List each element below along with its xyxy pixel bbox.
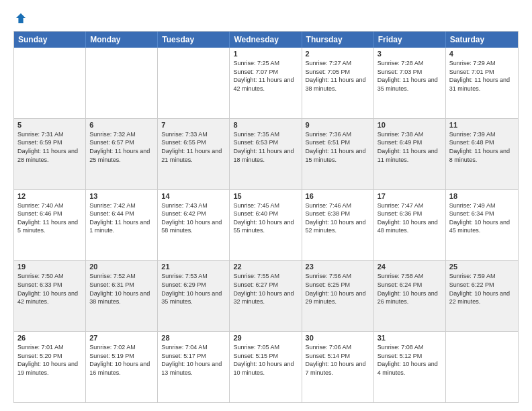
calendar-cell bbox=[158, 48, 230, 118]
cell-sun-info: Sunrise: 7:06 AM Sunset: 5:14 PM Dayligh… bbox=[306, 343, 370, 377]
day-number: 15 bbox=[233, 192, 298, 200]
calendar-cell: 6Sunrise: 7:32 AM Sunset: 6:57 PM Daylig… bbox=[86, 119, 158, 189]
calendar-cell: 25Sunrise: 7:59 AM Sunset: 6:22 PM Dayli… bbox=[446, 261, 518, 331]
calendar-cell: 28Sunrise: 7:04 AM Sunset: 5:17 PM Dayli… bbox=[158, 332, 230, 402]
day-number: 9 bbox=[306, 121, 370, 129]
day-number: 27 bbox=[89, 334, 154, 342]
calendar-cell: 19Sunrise: 7:50 AM Sunset: 6:33 PM Dayli… bbox=[14, 261, 86, 331]
cell-sun-info: Sunrise: 7:38 AM Sunset: 6:49 PM Dayligh… bbox=[378, 130, 442, 164]
cell-sun-info: Sunrise: 7:46 AM Sunset: 6:38 PM Dayligh… bbox=[306, 201, 370, 235]
calendar-cell: 22Sunrise: 7:55 AM Sunset: 6:27 PM Dayli… bbox=[230, 261, 302, 331]
cell-sun-info: Sunrise: 7:32 AM Sunset: 6:57 PM Dayligh… bbox=[89, 130, 154, 164]
cell-sun-info: Sunrise: 7:55 AM Sunset: 6:27 PM Dayligh… bbox=[233, 272, 298, 306]
day-number: 19 bbox=[17, 263, 82, 271]
calendar-cell: 8Sunrise: 7:35 AM Sunset: 6:53 PM Daylig… bbox=[230, 119, 302, 189]
cell-sun-info: Sunrise: 7:25 AM Sunset: 7:07 PM Dayligh… bbox=[233, 59, 298, 93]
day-number: 10 bbox=[378, 121, 442, 129]
calendar-cell: 30Sunrise: 7:06 AM Sunset: 5:14 PM Dayli… bbox=[302, 332, 374, 402]
calendar-row: 26Sunrise: 7:01 AM Sunset: 5:20 PM Dayli… bbox=[14, 332, 518, 402]
cell-sun-info: Sunrise: 7:40 AM Sunset: 6:46 PM Dayligh… bbox=[17, 201, 82, 235]
cell-sun-info: Sunrise: 7:53 AM Sunset: 6:29 PM Dayligh… bbox=[161, 272, 226, 306]
calendar-row: 12Sunrise: 7:40 AM Sunset: 6:46 PM Dayli… bbox=[14, 190, 518, 261]
cell-sun-info: Sunrise: 7:56 AM Sunset: 6:25 PM Dayligh… bbox=[306, 272, 370, 306]
calendar-cell bbox=[14, 48, 86, 118]
calendar-day-header: Thursday bbox=[302, 32, 374, 48]
logo-icon bbox=[15, 12, 27, 24]
cell-sun-info: Sunrise: 7:28 AM Sunset: 7:03 PM Dayligh… bbox=[378, 59, 442, 93]
calendar-cell: 31Sunrise: 7:08 AM Sunset: 5:12 PM Dayli… bbox=[374, 332, 446, 402]
day-number: 2 bbox=[306, 50, 370, 58]
cell-sun-info: Sunrise: 7:36 AM Sunset: 6:51 PM Dayligh… bbox=[306, 130, 370, 164]
cell-sun-info: Sunrise: 7:02 AM Sunset: 5:19 PM Dayligh… bbox=[89, 343, 154, 377]
day-number: 4 bbox=[449, 50, 515, 58]
day-number: 3 bbox=[378, 50, 442, 58]
day-number: 21 bbox=[161, 263, 226, 271]
day-number: 25 bbox=[449, 263, 515, 271]
day-number: 20 bbox=[89, 263, 154, 271]
cell-sun-info: Sunrise: 7:27 AM Sunset: 7:05 PM Dayligh… bbox=[306, 59, 370, 93]
calendar-cell: 1Sunrise: 7:25 AM Sunset: 7:07 PM Daylig… bbox=[230, 48, 302, 118]
calendar-cell: 11Sunrise: 7:39 AM Sunset: 6:48 PM Dayli… bbox=[446, 119, 518, 189]
calendar-day-header: Friday bbox=[374, 32, 446, 48]
cell-sun-info: Sunrise: 7:52 AM Sunset: 6:31 PM Dayligh… bbox=[89, 272, 154, 306]
day-number: 17 bbox=[378, 192, 442, 200]
cell-sun-info: Sunrise: 7:50 AM Sunset: 6:33 PM Dayligh… bbox=[17, 272, 82, 306]
calendar-body: 1Sunrise: 7:25 AM Sunset: 7:07 PM Daylig… bbox=[14, 48, 518, 402]
calendar-row: 19Sunrise: 7:50 AM Sunset: 6:33 PM Dayli… bbox=[14, 261, 518, 332]
calendar-cell: 18Sunrise: 7:49 AM Sunset: 6:34 PM Dayli… bbox=[446, 190, 518, 261]
calendar-cell: 17Sunrise: 7:47 AM Sunset: 6:36 PM Dayli… bbox=[374, 190, 446, 261]
day-number: 24 bbox=[378, 263, 442, 271]
calendar-row: 1Sunrise: 7:25 AM Sunset: 7:07 PM Daylig… bbox=[14, 48, 518, 119]
cell-sun-info: Sunrise: 7:47 AM Sunset: 6:36 PM Dayligh… bbox=[378, 201, 442, 235]
calendar-row: 5Sunrise: 7:31 AM Sunset: 6:59 PM Daylig… bbox=[14, 119, 518, 190]
calendar-day-header: Tuesday bbox=[158, 32, 230, 48]
calendar-cell: 23Sunrise: 7:56 AM Sunset: 6:25 PM Dayli… bbox=[302, 261, 374, 331]
cell-sun-info: Sunrise: 7:49 AM Sunset: 6:34 PM Dayligh… bbox=[449, 201, 515, 235]
cell-sun-info: Sunrise: 7:05 AM Sunset: 5:15 PM Dayligh… bbox=[233, 343, 298, 377]
calendar-cell: 7Sunrise: 7:33 AM Sunset: 6:55 PM Daylig… bbox=[158, 119, 230, 189]
calendar-cell: 24Sunrise: 7:58 AM Sunset: 6:24 PM Dayli… bbox=[374, 261, 446, 331]
cell-sun-info: Sunrise: 7:39 AM Sunset: 6:48 PM Dayligh… bbox=[449, 130, 515, 164]
cell-sun-info: Sunrise: 7:33 AM Sunset: 6:55 PM Dayligh… bbox=[161, 130, 226, 164]
calendar-cell: 10Sunrise: 7:38 AM Sunset: 6:49 PM Dayli… bbox=[374, 119, 446, 189]
day-number: 12 bbox=[17, 192, 82, 200]
day-number: 30 bbox=[306, 334, 370, 342]
cell-sun-info: Sunrise: 7:04 AM Sunset: 5:17 PM Dayligh… bbox=[161, 343, 226, 377]
calendar-cell: 16Sunrise: 7:46 AM Sunset: 6:38 PM Dayli… bbox=[302, 190, 374, 261]
calendar-cell: 2Sunrise: 7:27 AM Sunset: 7:05 PM Daylig… bbox=[302, 48, 374, 118]
day-number: 1 bbox=[233, 50, 298, 58]
calendar-cell: 4Sunrise: 7:29 AM Sunset: 7:01 PM Daylig… bbox=[446, 48, 518, 118]
calendar-cell: 15Sunrise: 7:45 AM Sunset: 6:40 PM Dayli… bbox=[230, 190, 302, 261]
calendar-day-header: Monday bbox=[86, 32, 158, 48]
cell-sun-info: Sunrise: 7:29 AM Sunset: 7:01 PM Dayligh… bbox=[449, 59, 515, 93]
calendar-cell bbox=[446, 332, 518, 402]
calendar-day-header: Sunday bbox=[14, 32, 86, 48]
day-number: 13 bbox=[89, 192, 154, 200]
cell-sun-info: Sunrise: 7:43 AM Sunset: 6:42 PM Dayligh… bbox=[161, 201, 226, 235]
day-number: 23 bbox=[306, 263, 370, 271]
page: SundayMondayTuesdayWednesdayThursdayFrid… bbox=[0, 0, 532, 411]
logo bbox=[13, 12, 27, 24]
calendar-cell: 26Sunrise: 7:01 AM Sunset: 5:20 PM Dayli… bbox=[14, 332, 86, 402]
header bbox=[13, 12, 519, 24]
cell-sun-info: Sunrise: 7:58 AM Sunset: 6:24 PM Dayligh… bbox=[378, 272, 442, 306]
calendar-cell: 9Sunrise: 7:36 AM Sunset: 6:51 PM Daylig… bbox=[302, 119, 374, 189]
calendar-header: SundayMondayTuesdayWednesdayThursdayFrid… bbox=[14, 32, 518, 48]
calendar-cell: 12Sunrise: 7:40 AM Sunset: 6:46 PM Dayli… bbox=[14, 190, 86, 261]
day-number: 6 bbox=[89, 121, 154, 129]
day-number: 31 bbox=[378, 334, 442, 342]
cell-sun-info: Sunrise: 7:01 AM Sunset: 5:20 PM Dayligh… bbox=[17, 343, 82, 377]
day-number: 5 bbox=[17, 121, 82, 129]
cell-sun-info: Sunrise: 7:08 AM Sunset: 5:12 PM Dayligh… bbox=[378, 343, 442, 377]
day-number: 18 bbox=[449, 192, 515, 200]
calendar-cell: 20Sunrise: 7:52 AM Sunset: 6:31 PM Dayli… bbox=[86, 261, 158, 331]
cell-sun-info: Sunrise: 7:35 AM Sunset: 6:53 PM Dayligh… bbox=[233, 130, 298, 164]
calendar-cell: 14Sunrise: 7:43 AM Sunset: 6:42 PM Dayli… bbox=[158, 190, 230, 261]
calendar-cell: 3Sunrise: 7:28 AM Sunset: 7:03 PM Daylig… bbox=[374, 48, 446, 118]
calendar-cell: 29Sunrise: 7:05 AM Sunset: 5:15 PM Dayli… bbox=[230, 332, 302, 402]
day-number: 29 bbox=[233, 334, 298, 342]
calendar-cell bbox=[86, 48, 158, 118]
cell-sun-info: Sunrise: 7:42 AM Sunset: 6:44 PM Dayligh… bbox=[89, 201, 154, 235]
day-number: 22 bbox=[233, 263, 298, 271]
day-number: 8 bbox=[233, 121, 298, 129]
